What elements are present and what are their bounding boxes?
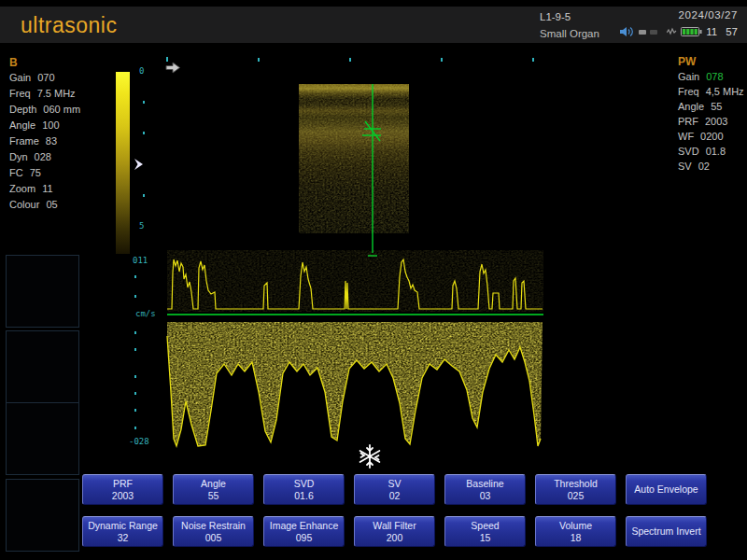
b-mode-label: B [9,56,80,72]
softkey-angle[interactable]: Angle55 [173,474,254,505]
volume-level-bar-dim [650,30,657,35]
softkey-value: 18 [571,532,582,544]
param-label: Colour [9,199,39,210]
param-line: PRF2003 [678,116,744,131]
probe-name: L1-9-5 [540,8,599,25]
softkey-baseline[interactable]: Baseline03 [444,474,526,505]
softkey-dynamic-range[interactable]: Dynamic Range32 [82,516,163,547]
brand-logo: ultrasonic [21,13,117,38]
param-value: 028 [35,151,51,162]
softkey-label: SVD [294,478,315,490]
param-value: 4,5 MHz [706,86,744,97]
softkey-value: 01.6 [294,490,313,502]
param-line: Colour05 [9,199,80,215]
param-value: 2003 [705,116,727,127]
freeze-snowflake-icon [360,445,380,468]
param-value: 060 mm [43,104,80,115]
softkey-label: Angle [201,478,226,490]
spectral-waveform [167,321,543,452]
param-value: 05 [46,199,57,210]
param-line: Depth060 mm [9,104,80,119]
grayscale-colorbar [116,72,130,254]
softkey-image-enhance[interactable]: Image Enhance095 [263,516,345,547]
clip-thumbnail-slot[interactable] [6,255,79,328]
ultrasound-screen: ultrasonic L1-9-5 Small Organ 2024/03/27 [0,0,747,560]
softkey-sv[interactable]: SV02 [354,474,435,505]
speaker-icon [620,26,635,37]
softkey-label: Volume [559,520,592,532]
param-line: WF0200 [678,131,744,146]
exam-info: L1-9-5 Small Organ [540,8,599,42]
softkey-spectrum-invert[interactable]: Spectrum Invert [626,516,707,547]
clock-hour: 11 [706,26,717,37]
param-label: Dyn [9,151,28,162]
softkey-value: 15 [480,532,491,544]
param-label: PRF [678,116,698,127]
pw-parameter-panel: PW Gain078 Freq4,5 MHz Angle55 PRF2003 W… [678,55,744,175]
softkey-svd[interactable]: SVD01.6 [263,474,345,505]
param-line: Zoom11 [9,183,80,199]
softkey-threshold[interactable]: Threshold025 [535,474,616,505]
clip-thumbnail-slot[interactable] [6,330,79,403]
softkey-value: 200 [387,532,403,544]
softkey-label: PRF [113,478,133,490]
param-line: Angle100 [9,119,80,135]
title-bar: ultrasonic L1-9-5 Small Organ 2024/03/27 [0,7,747,43]
param-label: Angle [9,119,35,131]
exam-preset: Small Organ [540,25,599,42]
b-mode-image[interactable] [299,84,409,233]
softkey-label: Image Enhance [270,520,339,532]
softkey-volume[interactable]: Volume18 [535,516,616,547]
param-label: WF [678,131,694,142]
param-value: 0200 [700,131,723,142]
param-label: Gain [678,71,699,82]
param-label: Frame [9,135,39,147]
imaging-display[interactable] [131,52,560,474]
softkey-label: Baseline [466,478,503,490]
param-value: 11 [42,183,52,194]
softkey-label: Auto Envelope [634,483,698,496]
param-value: 75 [30,167,41,178]
softkey-noise-restrain[interactable]: Noise Restrain005 [173,516,254,547]
param-value: 01.8 [706,146,726,157]
param-label: Zoom [9,183,35,194]
param-label: Depth [9,104,36,115]
param-value: 100 [42,119,59,131]
param-value: 070 [37,72,54,83]
param-label: Gain [9,72,31,83]
param-label: SVD [678,146,699,157]
param-label: Freq [9,88,31,99]
clip-thumbnail-slot[interactable] [6,479,79,552]
velocity-scale-ticks [134,275,136,429]
param-value: 83 [46,135,57,147]
softkey-prf[interactable]: PRF2003 [82,474,163,505]
softkey-label: Dynamic Range [88,520,158,532]
param-value: 55 [711,101,722,112]
softkey-value: 55 [208,490,219,502]
softkey-speed[interactable]: Speed15 [444,516,526,547]
doppler-baseline [167,314,543,315]
softkey-label: Noise Restrain [181,520,246,532]
softkey-label: Speed [471,520,499,532]
param-line: Freq4,5 MHz [678,86,744,101]
param-label: FC [9,167,23,178]
depth-scale-ticks [143,101,145,197]
softkey-wall-filter[interactable]: Wall Filter200 [354,516,435,547]
focus-marker-icon[interactable] [134,159,143,170]
b-mode-parameter-panel: B Gain070 Freq7.5 MHz Depth060 mm Angle1… [9,56,80,215]
param-line: FC75 [9,167,80,183]
pw-mode-label: PW [678,55,744,71]
clip-thumbnail-slot[interactable] [6,402,79,475]
softkey-auto-envelope[interactable]: Auto Envelope [626,474,707,505]
softkey-label: Threshold [554,478,598,490]
param-label: Angle [678,101,704,112]
softkey-value: 005 [205,532,222,544]
softkey-label: SV [388,478,401,490]
param-line: Gain078 [678,71,744,86]
signal-icon [667,27,677,36]
param-label: SV [678,161,692,172]
softkey-value: 025 [568,490,585,502]
param-line: Gain070 [9,72,80,88]
param-line: Frame83 [9,135,80,151]
softkey-row-1: PRF2003 Angle55 SVD01.6 SV02 Baseline03 … [82,474,707,505]
